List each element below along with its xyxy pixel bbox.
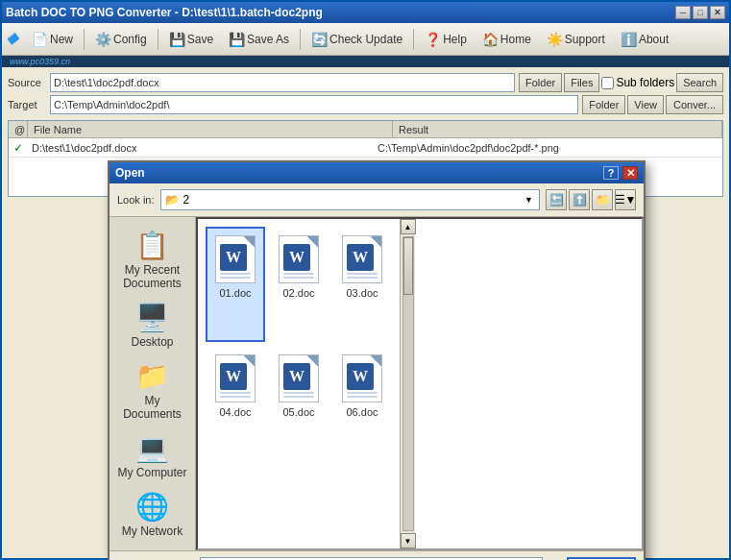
nav-desktop[interactable]: 🖥️ Desktop xyxy=(113,297,191,353)
target-label: Target xyxy=(8,99,46,110)
source-target-area: Source Folder Files Sub folders Search T… xyxy=(2,69,729,118)
minimize-button[interactable]: ─ xyxy=(675,6,691,19)
subfolders-label: Sub folders xyxy=(601,73,674,92)
nav-recent-docs[interactable]: 📋 My Recent Documents xyxy=(113,225,191,295)
nav-up-button[interactable]: ⬆️ xyxy=(569,189,590,210)
scroll-down-button[interactable]: ▼ xyxy=(401,533,416,548)
target-input[interactable] xyxy=(50,95,578,114)
folder-icon: 📂 xyxy=(165,193,180,207)
target-row: Target Folder View Conver... xyxy=(8,95,723,114)
help-button[interactable]: ❓ Help xyxy=(418,26,474,53)
doc-icon: W xyxy=(279,235,319,283)
new-folder-button[interactable]: 📁 xyxy=(592,189,613,210)
source-files-button[interactable]: Files xyxy=(564,73,599,92)
source-folder-button[interactable]: Folder xyxy=(519,73,562,92)
file-item-03[interactable]: W 03.doc xyxy=(332,227,392,342)
dialog-close-button[interactable]: ✕ xyxy=(622,166,638,180)
nav-my-computer[interactable]: 💻 My Computer xyxy=(113,427,191,484)
maximize-button[interactable]: □ xyxy=(693,6,708,19)
about-button[interactable]: ℹ️ About xyxy=(614,26,675,53)
dialog-title: Open xyxy=(115,166,603,180)
support-button[interactable]: ☀️ Support xyxy=(540,26,612,53)
doc-lines xyxy=(283,273,314,279)
doc-icon: W xyxy=(215,354,256,402)
dialog-bottom: File name: ▼ Files of type: Word Documen… xyxy=(110,550,644,560)
file-name-04: 04.doc xyxy=(219,406,251,418)
doc-lines xyxy=(347,392,378,398)
file-name-05: 05.doc xyxy=(282,406,314,418)
source-label: Source xyxy=(8,77,46,88)
search-button[interactable]: Search xyxy=(676,73,723,92)
view-toggle-button[interactable]: ☰▼ xyxy=(615,189,636,210)
scrollbar-thumb[interactable] xyxy=(403,237,413,295)
file-icon-05: W xyxy=(275,352,323,404)
lookin-bar: Look in: 📂 2 ▼ 🔙 ⬆️ 📁 ☰▼ xyxy=(110,183,644,216)
separator xyxy=(84,29,85,50)
target-buttons: Folder View Conver... xyxy=(582,95,723,114)
new-icon: 📄 xyxy=(32,32,48,47)
file-item-06[interactable]: W 06.doc xyxy=(332,346,392,461)
file-item-02[interactable]: W 02.doc xyxy=(269,227,329,342)
config-icon: ⚙️ xyxy=(95,32,111,47)
support-icon: ☀️ xyxy=(547,32,563,47)
file-name-02: 02.doc xyxy=(282,287,314,299)
file-name-06: 06.doc xyxy=(346,406,378,418)
word-badge: W xyxy=(220,363,247,390)
my-network-icon: 🌐 xyxy=(135,491,169,523)
file-item-04[interactable]: W 04.doc xyxy=(206,346,265,461)
separator xyxy=(300,29,301,50)
doc-icon: W xyxy=(342,354,382,402)
save-as-icon: 💾 xyxy=(229,32,245,47)
config-button[interactable]: ⚙️ Config xyxy=(88,26,154,53)
file-icon-02: W xyxy=(275,232,323,285)
file-list-header: @ File Name Result xyxy=(9,121,722,138)
table-row: ✓ D:\test\1\doc2pdf.docx C:\Temp\Admin\d… xyxy=(9,138,722,158)
file-icon-01: W xyxy=(211,232,259,285)
lookin-select[interactable]: 📂 2 ▼ xyxy=(160,189,540,210)
logo-bar: www.pc0359.cn xyxy=(2,56,729,67)
nav-my-network[interactable]: 🌐 My Network xyxy=(113,486,191,543)
lookin-label: Look in: xyxy=(117,194,155,206)
dialog-help-button[interactable]: ? xyxy=(603,166,619,180)
desktop-icon: 🖥️ xyxy=(135,302,169,333)
toolbar: 🔷 📄 New ⚙️ Config 💾 Save 💾 Save As 🔄 Che… xyxy=(2,23,729,56)
file-icon-04: W xyxy=(211,352,259,404)
open-dialog: Open ? ✕ Look in: 📂 2 ▼ 🔙 ⬆️ 📁 ☰▼ xyxy=(108,160,646,560)
check-update-icon: 🔄 xyxy=(311,32,328,47)
file-item-01[interactable]: W 01.doc xyxy=(206,227,265,342)
new-button[interactable]: 📄 New xyxy=(25,26,80,53)
dialog-content: 📋 My Recent Documents 🖥️ Desktop 📁 My Do… xyxy=(110,216,644,550)
file-grid: W 01.doc W xyxy=(198,219,400,469)
title-bar: Batch DOC TO PNG Converter - D:\test\1\1… xyxy=(2,2,729,23)
scrollbar-track[interactable] xyxy=(402,236,414,531)
convert-button[interactable]: Conver... xyxy=(666,95,723,114)
save-button[interactable]: 💾 Save xyxy=(162,26,220,53)
check-update-button[interactable]: 🔄 Check Update xyxy=(305,26,409,53)
col-filename: File Name xyxy=(28,121,393,137)
word-badge: W xyxy=(347,244,374,271)
source-row: Source Folder Files Sub folders Search xyxy=(8,73,723,92)
word-badge: W xyxy=(283,363,310,390)
lookin-value: 2 xyxy=(183,193,522,207)
nav-back-button[interactable]: 🔙 xyxy=(546,189,567,210)
close-button[interactable]: ✕ xyxy=(710,6,725,19)
home-button[interactable]: 🏠 Home xyxy=(475,26,538,53)
word-badge: W xyxy=(283,244,310,271)
about-icon: ℹ️ xyxy=(621,32,637,47)
logo-url: www.pc0359.cn xyxy=(10,57,70,66)
my-computer-icon: 💻 xyxy=(135,432,169,464)
file-item-05[interactable]: W 05.doc xyxy=(269,346,329,461)
file-icon-03: W xyxy=(338,232,386,285)
col-at: @ xyxy=(9,121,28,137)
word-badge: W xyxy=(347,363,374,390)
save-as-button[interactable]: 💾 Save As xyxy=(222,26,296,53)
target-folder-button[interactable]: Folder xyxy=(582,95,625,114)
separator xyxy=(413,29,414,50)
source-input[interactable] xyxy=(50,73,515,92)
target-view-button[interactable]: View xyxy=(627,95,664,114)
col-result: Result xyxy=(393,121,722,137)
subfolders-checkbox[interactable] xyxy=(601,77,614,89)
scroll-up-button[interactable]: ▲ xyxy=(401,219,416,234)
nav-my-documents[interactable]: 📁 My Documents xyxy=(113,355,191,426)
file-icon-06: W xyxy=(338,352,386,404)
